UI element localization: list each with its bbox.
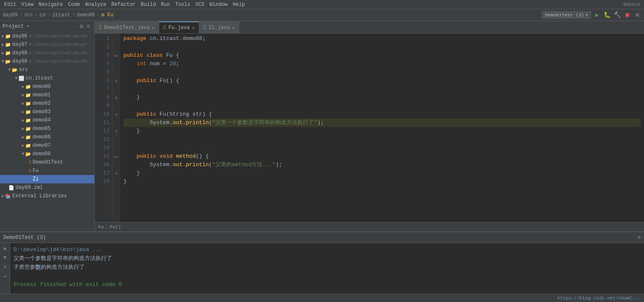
sidebar-item-day07[interactable]: ▶ 📁 day07 D:\develop\code\day07 bbox=[0, 40, 94, 49]
tab-demo01test[interactable]: C Demo01Test.java ✕ bbox=[95, 21, 159, 33]
tab-close-icon[interactable]: ✕ bbox=[232, 25, 235, 30]
tab-close-icon[interactable]: ✕ bbox=[152, 25, 155, 30]
sidebar-label-demo00: demo00 bbox=[32, 84, 51, 90]
sidebar-item-zi[interactable]: C Zi bbox=[0, 175, 94, 183]
code-line-18: } bbox=[123, 177, 641, 186]
expand-arrow-icon: ▶ bbox=[22, 118, 24, 123]
tab-label-demo01test: Demo01Test.java bbox=[104, 25, 150, 31]
keyword-int: int bbox=[136, 60, 146, 68]
code-line-14 bbox=[123, 144, 641, 152]
package-icon: ⬜ bbox=[19, 76, 24, 81]
sidebar-item-demo07[interactable]: ▶ 📁 demo07 bbox=[0, 141, 94, 150]
sidebar-item-cnitcast[interactable]: ▶ ⬜ cn.itcast bbox=[0, 74, 94, 82]
output-text-1: 父类一个参数是字符串的构造方法执行了 bbox=[13, 255, 112, 262]
sidebar-label-fu: Fu bbox=[33, 168, 39, 174]
expand-arrow-icon: ▶ bbox=[7, 69, 12, 71]
menu-analyze[interactable]: Analyze bbox=[83, 2, 109, 8]
expand-arrow-icon: ▶ bbox=[22, 84, 24, 89]
sidebar-item-src[interactable]: ▶ 📂 src bbox=[0, 66, 94, 74]
toolbar: day09 › src › cn › itcast › demo08 › ⚙ F… bbox=[0, 9, 644, 21]
debug-button[interactable]: 🐛 bbox=[603, 11, 611, 19]
sidebar-label-cnitcast: cn.itcast bbox=[26, 75, 53, 81]
class-file-icon: C bbox=[203, 25, 206, 31]
output-line-empty bbox=[13, 272, 641, 281]
scroll-up-button[interactable]: ▲ bbox=[1, 245, 9, 252]
settings-icon[interactable]: ⚙ bbox=[80, 23, 83, 30]
sidebar-label-day08: day08 bbox=[12, 50, 27, 56]
layout-button[interactable]: ⊞ bbox=[633, 11, 641, 19]
expand-arrow-icon: ▶ bbox=[0, 60, 5, 63]
sidebar-item-demo08[interactable]: ▶ 📂 demo08 bbox=[0, 150, 94, 158]
menu-navigate[interactable]: Navigate bbox=[36, 2, 66, 8]
gear-icon[interactable]: ⚙ bbox=[638, 234, 641, 241]
menu-window[interactable]: Window bbox=[207, 2, 230, 8]
code-editor[interactable]: 12345 678910 1112131415 161718 ●↓ ◇ ◇ ◇ … bbox=[95, 34, 644, 222]
sidebar-item-day06[interactable]: ▶ 📁 day06 D:\develop\code\day06 bbox=[0, 32, 94, 40]
collapse-icon[interactable]: ≡ bbox=[87, 23, 90, 30]
sidebar-item-external-libs[interactable]: ▶ 📚 External Libraries bbox=[0, 192, 94, 200]
sidebar-label-demo01: demo01 bbox=[32, 92, 51, 98]
bottom-panel-title: Demo01Test (3) bbox=[3, 235, 46, 241]
sidebar-header: Project ▾ ⚙ ≡ bbox=[0, 21, 94, 32]
tab-close-icon[interactable]: ✕ bbox=[192, 25, 195, 31]
folder-open-icon: 📂 bbox=[12, 67, 18, 73]
sidebar-label-zi: Zi bbox=[33, 176, 39, 182]
menu-run[interactable]: Run bbox=[158, 2, 173, 8]
stop-button[interactable]: ⏹ bbox=[623, 11, 631, 19]
sidebar-item-demo04[interactable]: ▶ 📁 demo04 bbox=[0, 116, 94, 125]
sidebar-item-demo01[interactable]: ▶ 📁 demo01 bbox=[0, 91, 94, 99]
breadcrumb-itcast[interactable]: itcast bbox=[52, 12, 70, 18]
wrap-button[interactable]: ↩ bbox=[1, 273, 9, 280]
breadcrumb-day09[interactable]: day09 bbox=[3, 12, 18, 18]
menu-edit[interactable]: Edit bbox=[2, 2, 19, 8]
sidebar-item-demo00[interactable]: ▶ 📁 demo00 bbox=[0, 82, 94, 91]
menu-tools[interactable]: Tools bbox=[173, 2, 193, 8]
run-config[interactable]: Demo01Test (3) ▾ bbox=[542, 11, 591, 19]
sidebar-item-demo03[interactable]: ▶ 📁 demo03 bbox=[0, 108, 94, 116]
chevron-down-icon: ▾ bbox=[26, 23, 29, 29]
breadcrumb-fu[interactable]: ⚙ Fu bbox=[101, 12, 113, 18]
breadcrumb-method-fu[interactable]: Fu() bbox=[110, 225, 121, 230]
menu-build[interactable]: Build bbox=[138, 2, 158, 8]
fold-icon: ◇ bbox=[115, 95, 118, 100]
sidebar-item-demo06[interactable]: ▶ 📁 demo06 bbox=[0, 133, 94, 141]
menu-refactor[interactable]: Refactor bbox=[109, 2, 138, 8]
menu-code[interactable]: Code bbox=[65, 2, 83, 8]
tab-zi[interactable]: C Zi.java ✕ bbox=[199, 21, 239, 33]
sidebar-label-demo02: demo02 bbox=[32, 101, 51, 106]
code-line-16: System. out . println ( "父类的method方法..."… bbox=[123, 161, 641, 169]
build-button[interactable]: 🔨 bbox=[613, 11, 621, 19]
run-button[interactable]: ▶ bbox=[593, 11, 601, 19]
menu-vcs[interactable]: VCS bbox=[193, 2, 207, 8]
menu-view[interactable]: View bbox=[19, 2, 36, 8]
sidebar-item-demo01test[interactable]: C Demo01Test bbox=[0, 158, 94, 167]
type-string: String bbox=[169, 110, 189, 119]
code-content[interactable]: package cn.itcast.demo08; public class F… bbox=[120, 34, 644, 222]
sidebar-item-demo05[interactable]: ▶ 📁 demo05 bbox=[0, 125, 94, 133]
breadcrumb-cn[interactable]: cn bbox=[40, 12, 45, 18]
scroll-down-button[interactable]: ▼ bbox=[1, 254, 9, 262]
expand-arrow-icon: ▶ bbox=[22, 135, 24, 140]
sidebar-item-day09[interactable]: ▶ 📂 day09 D:\develop\code\day09 bbox=[0, 57, 94, 66]
breadcrumb: day09 › src › cn › itcast › demo08 › ⚙ F… bbox=[3, 12, 113, 18]
keyword-void: void bbox=[160, 152, 173, 161]
breadcrumb-demo08[interactable]: demo08 bbox=[77, 12, 95, 18]
code-line-7 bbox=[123, 85, 641, 93]
line-numbers: 12345 678910 1112131415 161718 bbox=[95, 34, 112, 222]
folder-icon: 📁 bbox=[25, 101, 31, 106]
bottom-panel: Demo01Test (3) ⚙ ▲ ▼ ≡ ↩ D:\develop\jdk\… bbox=[0, 231, 644, 294]
breadcrumb-class-fu[interactable]: Fu bbox=[98, 225, 104, 230]
sidebar-item-iml[interactable]: 📄 day09.iml bbox=[0, 183, 94, 192]
expand-arrow-icon: ▶ bbox=[2, 193, 4, 199]
output-command: D:\develop\jdk\bin\java ... bbox=[13, 246, 102, 253]
sidebar-item-day08[interactable]: ▶ 📁 day08 D:\develop\code\day08 bbox=[0, 49, 94, 57]
filter-button[interactable]: ≡ bbox=[1, 263, 9, 271]
tab-fu[interactable]: C Fu.java ✕ bbox=[159, 21, 199, 33]
sidebar-item-demo02[interactable]: ▶ 📁 demo02 bbox=[0, 99, 94, 108]
breadcrumb-src[interactable]: src bbox=[24, 12, 33, 18]
folder-icon: 📁 bbox=[25, 135, 31, 140]
folder-icon: 📁 bbox=[25, 84, 31, 90]
menu-help[interactable]: Help bbox=[230, 2, 248, 8]
expand-arrow-icon: ▶ bbox=[21, 153, 26, 155]
sidebar-item-fu[interactable]: C Fu bbox=[0, 167, 94, 175]
